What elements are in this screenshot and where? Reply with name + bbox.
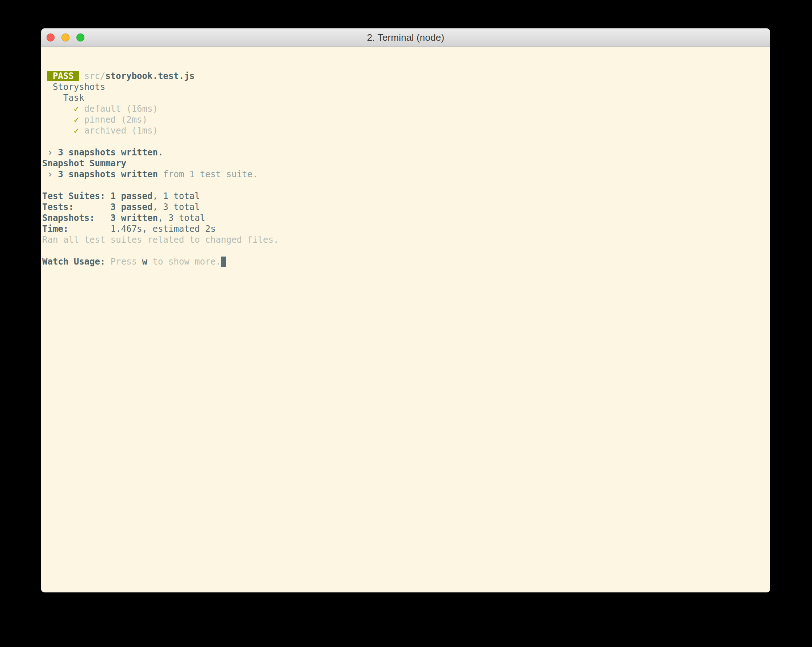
terminal-text-segment: Watch Usage:: [42, 257, 111, 267]
terminal-line: › 3 snapshots written from 1 test suite.: [42, 169, 770, 180]
terminal-text-segment: archived (1ms): [79, 125, 158, 136]
terminal-cursor: [221, 257, 226, 267]
terminal-text-segment: Storyshots: [42, 82, 105, 92]
terminal-line: Snapshots: 3 written, 3 total: [42, 213, 770, 223]
terminal-text-segment: to show more.: [147, 257, 221, 267]
terminal-text-segment: 3 written: [111, 213, 158, 223]
terminal-text-segment: Ran all test suites related to changed f…: [42, 235, 279, 245]
terminal-text-segment: pinned (2ms): [79, 115, 147, 125]
terminal-text-segment: , 3 total: [158, 213, 205, 223]
terminal-line: [42, 136, 770, 147]
terminal-text-segment: Task: [42, 93, 84, 103]
terminal-line: Task: [42, 92, 770, 103]
terminal-text-segment: Snapshot Summary: [42, 158, 126, 168]
terminal-text-segment: [79, 71, 84, 81]
close-button[interactable]: [47, 34, 55, 41]
window-title: 2. Terminal (node): [367, 32, 444, 43]
terminal-line: Watch Usage: Press w to show more.: [42, 256, 770, 267]
terminal-screen[interactable]: PASS src/storybook.test.js Storyshots Ta…: [41, 47, 770, 592]
terminal-line: Test Suites: 1 passed, 1 total: [42, 191, 770, 202]
terminal-text-segment: ›: [42, 147, 58, 158]
terminal-line: ✓ archived (1ms): [42, 125, 770, 136]
titlebar[interactable]: 2. Terminal (node): [41, 28, 770, 47]
terminal-line: [42, 245, 770, 256]
terminal-text-segment: , 3 total: [153, 202, 200, 212]
terminal-text-segment: from 1 test suite.: [158, 169, 258, 179]
terminal-text-segment: 3 snapshots written.: [58, 147, 163, 158]
terminal-text-segment: , 1 total: [153, 191, 200, 201]
desktop: { "window": { "title": "2. Terminal (nod…: [0, 0, 812, 647]
terminal-line: ✓ default (16ms): [42, 103, 770, 114]
terminal-line: Snapshot Summary: [42, 158, 770, 169]
terminal-text-segment: Time:: [42, 224, 69, 234]
terminal-line: [42, 180, 770, 191]
terminal-text-segment: 3 snapshots written: [58, 169, 158, 179]
terminal-text-segment: default (16ms): [79, 104, 158, 114]
terminal-text-segment: storybook.test.js: [105, 71, 195, 81]
minimize-button[interactable]: [61, 34, 69, 41]
terminal-text-segment: Press: [111, 257, 142, 267]
traffic-lights: [47, 28, 84, 47]
terminal-text-segment: Snapshots:: [42, 213, 111, 223]
terminal-text-segment: 1.467s, estimated 2s: [69, 224, 216, 234]
check-icon: ✓: [42, 115, 79, 125]
terminal-line: Storyshots: [42, 81, 770, 92]
terminal-line: PASS src/storybook.test.js: [42, 70, 770, 81]
pass-badge: PASS: [47, 71, 79, 81]
terminal-text-segment: Test Suites:: [42, 191, 111, 201]
check-icon: ✓: [42, 104, 79, 114]
terminal-line: Ran all test suites related to changed f…: [42, 234, 770, 245]
terminal-text-segment: 1 passed: [111, 191, 153, 201]
terminal-text-segment: w: [142, 257, 147, 267]
terminal-text-segment: Tests:: [42, 202, 111, 212]
terminal-line: › 3 snapshots written.: [42, 147, 770, 158]
terminal-text-segment: 3 passed: [111, 202, 153, 212]
check-icon: ✓: [42, 125, 79, 136]
zoom-button[interactable]: [76, 34, 84, 41]
terminal-text-segment: [42, 71, 47, 81]
terminal-text-segment: ›: [42, 169, 58, 179]
terminal-line: Time: 1.467s, estimated 2s: [42, 223, 770, 234]
terminal-line: Tests: 3 passed, 3 total: [42, 202, 770, 213]
terminal-output: PASS src/storybook.test.js Storyshots Ta…: [42, 70, 770, 267]
terminal-window: 2. Terminal (node) PASS src/storybook.te…: [41, 28, 770, 592]
terminal-text-segment: src/: [84, 71, 105, 81]
terminal-line: ✓ pinned (2ms): [42, 114, 770, 125]
